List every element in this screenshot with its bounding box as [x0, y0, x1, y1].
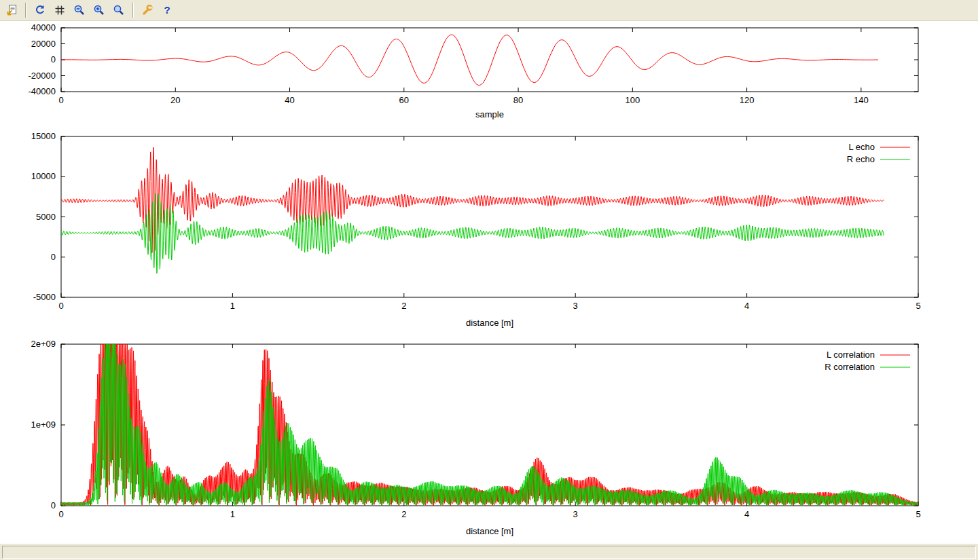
- toolbar-separator: [25, 3, 26, 18]
- x-tick-label: 1: [230, 509, 235, 519]
- x-tick-label: 40: [285, 95, 294, 105]
- x-tick-label: 140: [854, 95, 869, 105]
- x-tick-label: 4: [744, 509, 749, 519]
- zoom-previous-button[interactable]: [71, 1, 88, 19]
- x-tick-label: 100: [625, 95, 640, 105]
- gnuplot-window: ? 020406080100120140-40000-2000002000040…: [0, 0, 978, 560]
- x-axis-label: distance [m]: [466, 318, 513, 328]
- x-tick-label: 5: [916, 509, 920, 519]
- x-axis-label: distance [m]: [466, 526, 513, 536]
- x-tick-label: 80: [513, 95, 523, 105]
- x-tick-label: 20: [170, 95, 180, 105]
- chart-echo: 012345-5000050001000015000distance [m]L …: [31, 131, 921, 328]
- legend-label: L echo: [848, 142, 875, 152]
- x-tick-label: 4: [744, 301, 749, 311]
- x-tick-label: 3: [573, 509, 578, 519]
- y-tick-label: -40000: [29, 86, 56, 96]
- x-tick-label: 0: [58, 301, 63, 311]
- series-r-correlation: [61, 344, 918, 506]
- y-tick-label: 0: [51, 54, 56, 64]
- copy-to-clipboard-button[interactable]: [3, 1, 20, 19]
- x-tick-label: 3: [573, 301, 578, 311]
- y-tick-label: 1e+09: [31, 419, 56, 430]
- x-tick-label: 0: [58, 95, 63, 105]
- series-l-correlation: [61, 344, 918, 506]
- plot-area: 020406080100120140-40000-200000200004000…: [0, 21, 978, 543]
- y-tick-label: 15000: [31, 131, 56, 141]
- y-tick-label: 0: [51, 252, 56, 262]
- y-tick-label: 10000: [31, 171, 56, 181]
- y-tick-label: 5000: [36, 212, 56, 222]
- chart-pulse: 020406080100120140-40000-200000200004000…: [29, 22, 918, 119]
- toolbar-separator: [132, 3, 134, 18]
- wrench-icon: [141, 4, 153, 16]
- series-pulse: [61, 35, 878, 85]
- y-tick-label: -5000: [33, 292, 56, 302]
- refresh-icon: [34, 4, 46, 16]
- plot-canvas[interactable]: 020406080100120140-40000-200000200004000…: [0, 21, 978, 543]
- x-tick-label: 0: [58, 509, 63, 519]
- zoom-next-icon: [93, 4, 105, 16]
- plot-frame: [61, 136, 918, 297]
- chart-correlation: 01234501e+092e+09distance [m]L correlati…: [31, 339, 920, 536]
- x-tick-label: 2: [401, 301, 406, 311]
- x-axis-label: sample: [475, 109, 504, 119]
- legend-label: L correlation: [827, 350, 875, 360]
- plot-frame: [61, 344, 918, 506]
- y-tick-label: 2e+09: [31, 339, 56, 349]
- series-l-echo: [61, 147, 884, 253]
- y-tick-label: 40000: [31, 22, 56, 33]
- x-tick-label: 5: [916, 301, 920, 311]
- y-tick-label: 0: [51, 500, 56, 510]
- help-icon: ?: [161, 4, 173, 16]
- zoom-previous-icon: [73, 4, 86, 16]
- svg-text:?: ?: [164, 4, 170, 16]
- status-message: [2, 546, 976, 559]
- copy-icon: [5, 4, 18, 16]
- zoom-next-button[interactable]: [90, 1, 108, 19]
- legend-label: R correlation: [825, 362, 875, 372]
- autoscale-icon: [113, 4, 125, 16]
- x-tick-label: 120: [740, 95, 755, 105]
- y-tick-label: 20000: [31, 39, 56, 49]
- x-tick-label: 1: [230, 301, 235, 311]
- autoscale-button[interactable]: [110, 1, 128, 19]
- x-tick-label: 2: [401, 509, 406, 519]
- configure-button[interactable]: [139, 1, 156, 19]
- grid-toggle-button[interactable]: [51, 1, 69, 19]
- y-tick-label: -20000: [29, 71, 56, 81]
- replot-button[interactable]: [31, 1, 49, 19]
- grid-icon: [54, 4, 66, 16]
- status-bar: [0, 543, 978, 560]
- toolbar: ?: [0, 0, 978, 21]
- x-tick-label: 60: [399, 95, 409, 105]
- legend-label: R echo: [847, 154, 875, 164]
- help-button[interactable]: ?: [158, 1, 176, 19]
